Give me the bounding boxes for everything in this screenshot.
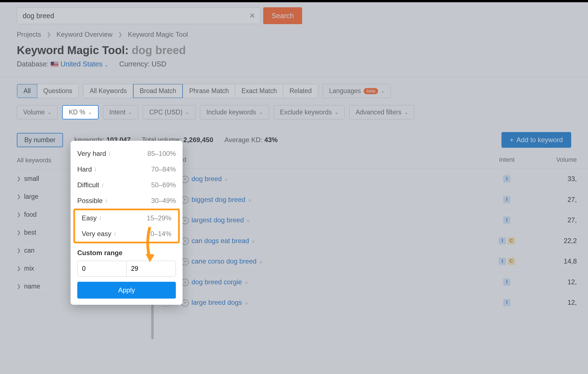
intent-cell: I — [482, 278, 532, 286]
tab-group-scope: All Questions — [17, 84, 79, 98]
kd-option-possible[interactable]: Possiblei30–49% — [71, 193, 183, 209]
sidebar-item-label: best — [24, 229, 36, 236]
table-row: +dog breed corgie» I 12, — [157, 272, 588, 293]
kd-option-very-hard[interactable]: Very hardi85–100% — [71, 146, 183, 161]
by-number-toggle[interactable]: By number — [17, 133, 63, 147]
intent-badge-C: C — [508, 237, 515, 244]
intent-cell: I — [482, 299, 532, 306]
filter-kd[interactable]: KD %⌄ — [62, 105, 99, 119]
page-title: Keyword Magic Tool: dog breed — [0, 44, 588, 60]
crumb-projects[interactable]: Projects — [17, 31, 41, 38]
col-volume: Volume — [532, 156, 588, 163]
keyword-link[interactable]: can dogs eat bread — [192, 237, 249, 244]
kd-option-difficult[interactable]: Difficulti50–69% — [71, 177, 183, 193]
intent-badge-I: I — [503, 216, 510, 224]
double-chevron-icon[interactable]: » — [259, 258, 262, 265]
info-icon: i — [109, 151, 111, 157]
tab-phrase-match[interactable]: Phrase Match — [183, 84, 235, 98]
search-button[interactable]: Search — [263, 7, 302, 24]
keyword-link[interactable]: largest dog breed — [192, 216, 244, 224]
sidebar-item-label: can — [24, 247, 34, 254]
table-row: +cane corso dog breed» IC 14,8 — [157, 251, 588, 272]
highlighted-options: Easyi15–29% Very easyi0–14% — [73, 209, 180, 243]
tab-all-keywords[interactable]: All Keywords — [83, 84, 133, 98]
currency-label: Currency: USD — [119, 60, 166, 68]
chevron-right-icon: ❯ — [17, 283, 21, 289]
search-input[interactable] — [17, 7, 260, 24]
info-icon: i — [102, 182, 104, 188]
tab-broad-match[interactable]: Broad Match — [133, 84, 183, 98]
double-chevron-icon[interactable]: » — [247, 217, 250, 223]
add-to-keyword-button[interactable]: +Add to keyword — [501, 132, 571, 148]
languages-selector[interactable]: Languages beta ⌄ — [323, 84, 391, 98]
chevron-down-icon: ⌄ — [335, 110, 338, 115]
sidebar-item-label: name — [24, 283, 40, 290]
col-keyword: Keyword — [157, 156, 482, 163]
keyword-link[interactable]: large breed dogs — [192, 299, 242, 306]
kd-option-easy[interactable]: Easyi15–29% — [75, 210, 178, 226]
tab-all[interactable]: All — [17, 84, 38, 98]
keyword-link[interactable]: biggest dog breed — [192, 196, 245, 203]
table-row: +biggest dog breed» I 27, — [157, 190, 588, 210]
breadcrumb: Projects ❯ Keyword Overview ❯ Keyword Ma… — [0, 29, 588, 44]
tab-related[interactable]: Related — [283, 84, 318, 98]
chevron-down-icon: ⌄ — [48, 110, 51, 115]
crumb-magic-tool[interactable]: Keyword Magic Tool — [128, 31, 188, 38]
filter-include[interactable]: Include keywords⌄ — [200, 105, 269, 119]
database-selector[interactable]: United States ⌄ — [60, 60, 108, 68]
tab-questions[interactable]: Questions — [37, 84, 79, 98]
intent-badge-I: I — [499, 237, 506, 244]
keyword-link[interactable]: cane corso dog breed — [192, 257, 256, 265]
volume-cell: 14,8 — [532, 257, 588, 265]
table-row: +largest dog breed» I 27, — [157, 210, 588, 231]
tab-exact-match[interactable]: Exact Match — [235, 84, 283, 98]
chevron-down-icon: ⌄ — [185, 110, 189, 115]
kd-option-hard[interactable]: Hardi70–84% — [71, 161, 183, 177]
double-chevron-icon[interactable]: » — [245, 279, 248, 285]
intent-badge-I: I — [503, 299, 510, 306]
search-row: ✕ Search — [0, 2, 588, 29]
chevron-right-icon: ❯ — [17, 194, 21, 200]
filter-exclude[interactable]: Exclude keywords⌄ — [274, 105, 345, 119]
volume-cell: 12, — [532, 278, 588, 286]
chevron-down-icon: ⌄ — [381, 88, 384, 94]
double-chevron-icon[interactable]: » — [245, 300, 248, 306]
filter-volume[interactable]: Volume⌄ — [17, 105, 58, 119]
kd-option-very-easy[interactable]: Very easyi0–14% — [75, 226, 178, 242]
flag-us-icon — [51, 62, 59, 67]
keyword-link[interactable]: dog breed — [192, 175, 222, 183]
intent-badge-C: C — [508, 258, 515, 265]
filter-cpc[interactable]: CPC (USD)⌄ — [143, 105, 195, 119]
clear-icon[interactable]: ✕ — [249, 11, 255, 20]
double-chevron-icon[interactable]: » — [225, 176, 228, 182]
crumb-overview[interactable]: Keyword Overview — [57, 31, 113, 38]
volume-cell: 12, — [532, 299, 588, 306]
chevron-down-icon: ⌄ — [128, 110, 132, 115]
col-intent: Intent — [482, 156, 532, 163]
chevron-right-icon: ❯ — [17, 266, 21, 271]
apply-button[interactable]: Apply — [77, 282, 176, 299]
intent-badge-I: I — [503, 196, 510, 203]
intent-cell: I — [482, 175, 532, 183]
intent-cell: I — [482, 196, 532, 203]
sidebar-item-label: large — [24, 193, 38, 200]
filter-intent[interactable]: Intent⌄ — [103, 105, 139, 119]
sidebar-item-label: mix — [24, 265, 34, 272]
chevron-right-icon: ❯ — [17, 230, 21, 236]
filter-advanced[interactable]: Advanced filters⌄ — [349, 105, 414, 119]
database-label: Database: United States ⌄ — [17, 60, 108, 68]
plus-icon: + — [510, 136, 514, 144]
chevron-right-icon: ❯ — [17, 212, 21, 218]
scrollbar[interactable] — [151, 300, 154, 339]
intent-cell: IC — [482, 258, 532, 265]
info-icon: i — [106, 198, 107, 204]
stat-average-kd: Average KD: 43% — [225, 136, 278, 144]
range-from-input[interactable] — [78, 261, 127, 276]
intent-badge-I: I — [499, 258, 506, 265]
intent-cell: I — [482, 216, 532, 224]
keyword-link[interactable]: dog breed corgie — [192, 278, 242, 286]
double-chevron-icon[interactable]: » — [252, 238, 255, 244]
volume-cell: 22,2 — [532, 237, 588, 245]
double-chevron-icon[interactable]: » — [248, 197, 251, 203]
tab-group-match: All Keywords Broad Match Phrase Match Ex… — [83, 84, 318, 98]
